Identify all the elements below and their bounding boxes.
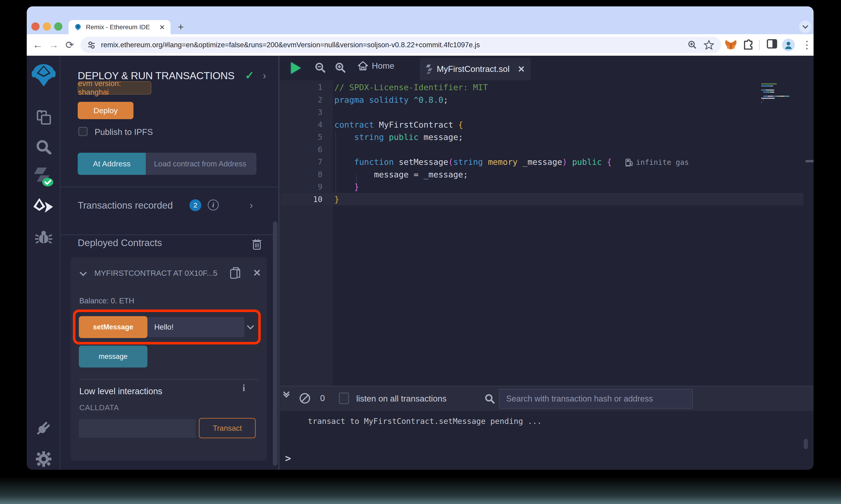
reload-button[interactable]: ⟳ [63, 38, 76, 51]
info-icon[interactable]: i [242, 382, 245, 393]
bookmark-star-icon[interactable] [704, 40, 714, 50]
check-icon: ✓ [245, 69, 254, 82]
url-text[interactable]: remix.ethereum.org/#lang=en&optimize=fal… [101, 41, 687, 49]
code-line: message = _message; [334, 168, 468, 181]
new-tab-button[interactable]: + [175, 21, 187, 33]
tab-myfirstcontract[interactable]: MyFirstContract.sol ✕ [420, 58, 531, 80]
deploy-button[interactable]: Deploy [78, 102, 134, 119]
publish-ipfs-checkbox[interactable] [79, 127, 87, 136]
separator [61, 187, 279, 187]
transact-button[interactable]: Transact [199, 418, 256, 438]
contract-balance: Balance: 0. ETH [79, 296, 134, 305]
debugger-bug-icon[interactable] [27, 225, 60, 250]
window-close-button[interactable] [31, 22, 39, 31]
deploy-run-panel: DEPLOY & RUN TRANSACTIONS ✓ › evm versio… [61, 56, 279, 470]
at-address-button[interactable]: At Address [78, 153, 146, 175]
code-editor[interactable]: 12345678910 // SPDX-License-Identifier: … [280, 80, 813, 386]
deployed-contracts-title: Deployed Contracts [78, 237, 162, 248]
set-message-button[interactable]: setMessage [79, 316, 148, 338]
line-number: 8 [280, 168, 323, 181]
browser-menu-button[interactable]: ⋮ [801, 38, 813, 51]
plugin-manager-icon[interactable] [27, 415, 60, 440]
run-script-play-icon[interactable] [291, 62, 301, 74]
line-number: 1 [280, 81, 323, 94]
zoom-out-icon[interactable] [314, 61, 326, 73]
person-icon [784, 40, 793, 50]
remix-favicon-icon [74, 23, 82, 31]
file-explorer-icon[interactable] [27, 105, 60, 130]
browser-toolbar: ← → ⟳ remix.ethereum.org/#lang=en&optimi… [27, 34, 813, 56]
window-minimize-button[interactable] [43, 22, 51, 31]
transactions-recorded-label: Transactions recorded [78, 200, 173, 211]
browser-tabstrip: Remix - Ethereum IDE ✕ + [27, 6, 813, 34]
browser-window: Remix - Ethereum IDE ✕ + ← → ⟳ remix.eth… [27, 6, 813, 470]
code-line: contract MyFirstContract { [334, 119, 463, 131]
profile-avatar[interactable] [782, 39, 795, 51]
line-number: 2 [280, 94, 323, 106]
chevron-right-icon[interactable]: › [263, 70, 266, 81]
remove-instance-icon[interactable]: ✕ [253, 267, 261, 278]
browser-tab[interactable]: Remix - Ethereum IDE ✕ [69, 20, 171, 34]
toolbar-divider [759, 40, 760, 50]
terminal-log-line: transact to MyFirstContract.setMessage p… [308, 417, 542, 426]
screen-bottom-glow [0, 476, 841, 504]
zoom-page-icon[interactable] [687, 40, 698, 50]
search-icon[interactable] [27, 135, 60, 160]
collapse-terminal-icon[interactable] [284, 392, 289, 397]
address-bar[interactable]: remix.ethereum.org/#lang=en&optimize=fal… [81, 37, 721, 53]
solidity-compiler-icon[interactable] [27, 164, 60, 189]
scrollbar-handle[interactable] [806, 160, 813, 162]
transactions-expand-chevron-icon[interactable]: › [250, 199, 253, 211]
tab-search-button[interactable] [799, 20, 811, 33]
zoom-in-icon[interactable] [334, 61, 346, 73]
tab-close-icon[interactable]: ✕ [159, 23, 165, 31]
terminal-search-input[interactable] [499, 389, 693, 409]
listen-transactions-checkbox[interactable] [339, 393, 349, 404]
code-line: } [334, 193, 339, 206]
metamask-icon[interactable] [724, 38, 737, 51]
deployed-contract-card: MYFIRSTCONTRACT AT 0X10F...5 ✕ Balance: … [71, 257, 267, 461]
gas-pump-icon [625, 158, 633, 166]
close-tab-icon[interactable]: ✕ [518, 64, 525, 74]
trash-icon[interactable] [252, 238, 262, 250]
side-panel-icon[interactable] [766, 38, 778, 50]
minimap[interactable] [761, 81, 805, 102]
window-zoom-button[interactable] [54, 22, 63, 31]
extensions-puzzle-icon[interactable] [742, 38, 754, 50]
tab-home[interactable]: Home [358, 61, 394, 71]
editor-area: Home MyFirstContract.sol ✕ 123456 [280, 56, 813, 470]
contract-instance-name[interactable]: MYFIRSTCONTRACT AT 0X10F...5 [95, 269, 228, 277]
remix-app: DEPLOY & RUN TRANSACTIONS ✓ › evm versio… [27, 56, 813, 470]
site-settings-icon[interactable] [87, 40, 96, 50]
calldata-input[interactable] [79, 419, 195, 438]
home-icon [358, 61, 368, 71]
expand-args-chevron-icon[interactable] [247, 322, 254, 329]
at-address-input[interactable] [146, 153, 256, 175]
collapse-chevron-icon[interactable] [80, 269, 87, 276]
settings-gear-icon[interactable] [27, 447, 60, 470]
code-line: pragma solidity ^0.8.0; [334, 94, 448, 106]
line-number: 7 [280, 156, 323, 168]
panel-scrollbar[interactable] [273, 221, 277, 466]
separator [61, 235, 279, 235]
remix-logo-icon[interactable] [27, 62, 60, 88]
forward-button[interactable]: → [47, 38, 60, 51]
copy-icon[interactable] [229, 266, 241, 280]
chevron-down-icon [802, 23, 808, 29]
terminal-scrollbar[interactable] [804, 439, 808, 449]
current-line-highlight [280, 193, 803, 205]
gas-estimate-annotation: infinite gas [625, 158, 689, 167]
line-number: 10 [280, 193, 323, 206]
code-line: // SPDX-License-Identifier: MIT [334, 81, 488, 94]
info-icon[interactable]: i [208, 199, 219, 211]
low-level-title: Low level interactions [79, 386, 162, 396]
code-line: string public message; [334, 131, 463, 143]
set-message-input[interactable] [148, 317, 244, 337]
back-button[interactable]: ← [31, 38, 44, 51]
file-tab-label: MyFirstContract.sol [437, 65, 514, 74]
clear-console-icon[interactable] [299, 393, 310, 403]
message-button[interactable]: message [79, 346, 148, 367]
deploy-run-icon[interactable] [27, 195, 60, 220]
publish-ipfs-label: Publish to IPFS [95, 127, 153, 137]
terminal-prompt[interactable]: > [285, 452, 291, 464]
